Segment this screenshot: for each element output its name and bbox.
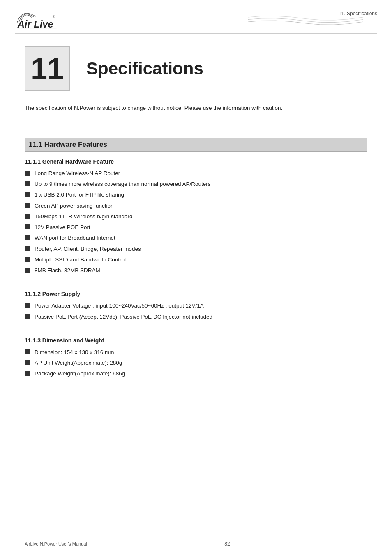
list-item-text: Package Weight(Approximate): 686g [35, 370, 125, 378]
list-item-text: AP Unit Weight(Approximate): 280g [35, 359, 122, 367]
list-item: 1 x USB 2.0 Port for FTP file sharing [25, 190, 367, 200]
page: Air Live ® 11. Specifications 11 Specifi… [0, 0, 392, 555]
list-item: 150Mbps 1T1R Wireless-b/g/n standard [25, 211, 367, 222]
list-item: Dimension: 154 x 130 x 316 mm [25, 347, 367, 358]
bullet-icon [25, 235, 30, 240]
footer-page-number: 82 [224, 541, 230, 547]
list-item-text: WAN port for Broadband Internet [35, 234, 115, 242]
list-item: Package Weight(Approximate): 686g [25, 368, 367, 379]
list-item: Up to 9 times more wireless coverage tha… [25, 179, 367, 190]
subsection-11-1-2-header: 11.1.2 Power Supply [25, 291, 367, 297]
bullet-icon [25, 257, 30, 262]
bullet-icon [25, 192, 30, 197]
chapter-section: 11 Specifications [0, 34, 392, 99]
chapter-number-box: 11 [25, 46, 70, 91]
list-item-text: Router, AP, Client, Bridge, Repeater mod… [35, 245, 141, 253]
subsection-11-1-1-header: 11.1.1 General Hardware Feature [25, 158, 367, 165]
list-item: 12V Passive POE Port [25, 222, 367, 233]
subsection-11-1-2-list: Power Adapter Voltage : input 100~240Vac… [25, 301, 367, 322]
list-item-text: 1 x USB 2.0 Port for FTP file sharing [35, 191, 124, 199]
subsection-11-1-2-title: 11.1.2 Power Supply [25, 291, 367, 297]
bullet-icon [25, 171, 30, 176]
bullet-icon [25, 360, 30, 365]
chapter-number: 11 [31, 54, 64, 83]
list-item-text: Up to 9 times more wireless coverage tha… [35, 180, 210, 188]
list-item-text: 12V Passive POE Port [35, 223, 90, 231]
list-item: Power Adapter Voltage : input 100~240Vac… [25, 301, 367, 311]
bullet-icon [25, 224, 30, 229]
list-item-text: Multiple SSID and Bandwidth Control [35, 256, 126, 264]
bullet-icon [25, 303, 30, 308]
list-item-text: Passive PoE Port (Accept 12Vdc). Passive… [35, 313, 212, 321]
airlive-logo: Air Live ® [15, 7, 60, 30]
list-item-text: 150Mbps 1T1R Wireless-b/g/n standard [35, 213, 133, 221]
list-item-text: Dimension: 154 x 130 x 316 mm [35, 348, 114, 356]
list-item: 8MB Flash, 32MB SDRAM [25, 265, 367, 276]
bullet-icon [25, 349, 30, 354]
subsection-11-1-3-header: 11.1.3 Dimension and Weight [25, 337, 367, 344]
subsection-11-1-1-list: Long Range Wireless-N AP RouterUp to 9 t… [25, 168, 367, 276]
header-decoration [233, 12, 377, 29]
subsection-11-1-3-title: 11.1.3 Dimension and Weight [25, 337, 367, 344]
bullet-icon [25, 371, 30, 376]
page-header: Air Live ® 11. Specifications [0, 0, 392, 30]
list-item: WAN port for Broadband Internet [25, 233, 367, 243]
list-item: Passive PoE Port (Accept 12Vdc). Passive… [25, 312, 367, 322]
subsection-11-1-1-title: 11.1.1 General Hardware Feature [25, 158, 367, 165]
list-item: Green AP power saving function [25, 201, 367, 211]
list-item-text: Power Adapter Voltage : input 100~240Vac… [35, 302, 204, 310]
page-footer: AirLive N.Power User's Manual 82 [0, 541, 392, 547]
bullet-icon [25, 268, 30, 273]
svg-text:®: ® [53, 15, 55, 18]
bullet-icon [25, 214, 30, 219]
chapter-title: Specifications [86, 59, 203, 79]
section-11-1-header: 11.1 Hardware Features [25, 138, 367, 152]
bullet-icon [25, 203, 30, 208]
intro-paragraph: The specification of N.Power is subject … [0, 99, 392, 121]
footer-manual-name: AirLive N.Power User's Manual [25, 541, 87, 546]
intro-text: The specification of N.Power is subject … [25, 105, 282, 111]
bullet-icon [25, 246, 30, 251]
list-item: Multiple SSID and Bandwidth Control [25, 254, 367, 265]
list-item: Router, AP, Client, Bridge, Repeater mod… [25, 244, 367, 254]
bullet-icon [25, 181, 30, 186]
svg-text:Air Live: Air Live [17, 19, 53, 30]
list-item-text: Green AP power saving function [35, 202, 114, 210]
list-item: AP Unit Weight(Approximate): 280g [25, 358, 367, 368]
subsection-11-1-3-list: Dimension: 154 x 130 x 316 mmAP Unit Wei… [25, 347, 367, 379]
bullet-icon [25, 314, 30, 319]
list-item-text: 8MB Flash, 32MB SDRAM [35, 266, 100, 275]
logo-area: Air Live ® [15, 7, 60, 30]
list-item-text: Long Range Wireless-N AP Router [35, 169, 120, 178]
section-11-1-title: 11.1 Hardware Features [29, 141, 363, 149]
list-item: Long Range Wireless-N AP Router [25, 168, 367, 179]
